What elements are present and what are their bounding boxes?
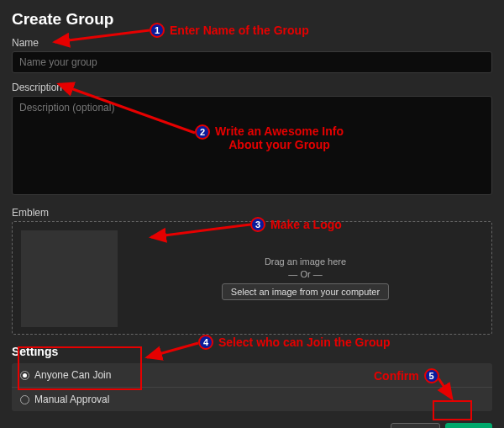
radio-icon: [20, 371, 29, 380]
emblem-dropzone[interactable]: Drag an image here — Or — Select an imag…: [12, 221, 492, 335]
select-image-button[interactable]: Select an image from your computer: [222, 283, 389, 300]
radio-label: Anyone Can Join: [34, 369, 111, 381]
emblem-preview: [21, 230, 118, 327]
settings-box: Anyone Can Join Manual Approval: [12, 363, 492, 411]
page-title: Create Group: [12, 10, 492, 29]
settings-title: Settings: [12, 345, 492, 358]
emblem-label: Emblem: [12, 207, 492, 219]
description-input[interactable]: [12, 96, 492, 195]
radio-anyone-can-join[interactable]: Anyone Can Join: [12, 363, 492, 387]
radio-icon: [20, 395, 29, 404]
emblem-drag-text: Drag an image here: [265, 256, 346, 267]
name-input[interactable]: [12, 51, 492, 73]
cancel-button[interactable]: Cancel: [391, 423, 440, 428]
description-label: Description: [12, 82, 492, 93]
radio-label: Manual Approval: [34, 394, 109, 405]
radio-manual-approval[interactable]: Manual Approval: [12, 387, 492, 411]
confirm-button[interactable]: 100: [445, 423, 492, 428]
name-label: Name: [12, 37, 492, 49]
emblem-or-text: — Or —: [288, 269, 322, 279]
